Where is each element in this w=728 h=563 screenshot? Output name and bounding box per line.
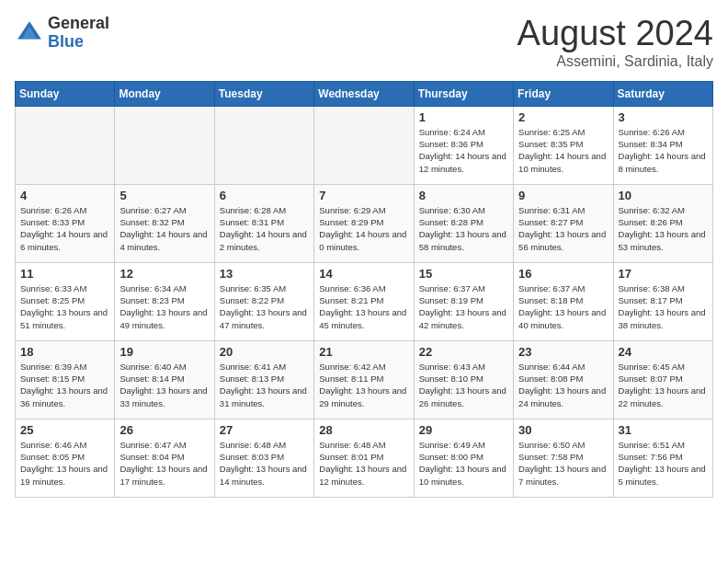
day-cell-17: 17Sunrise: 6:38 AMSunset: 8:17 PMDayligh…	[613, 262, 712, 340]
day-number: 4	[20, 189, 109, 202]
day-number: 9	[518, 189, 608, 202]
day-info: Sunrise: 6:26 AMSunset: 8:33 PMDaylight:…	[20, 204, 109, 253]
day-number: 2	[518, 110, 608, 124]
day-info: Sunrise: 6:50 AMSunset: 7:58 PMDaylight:…	[518, 439, 608, 488]
day-cell-22: 22Sunrise: 6:43 AMSunset: 8:10 PMDayligh…	[414, 340, 513, 419]
day-cell-15: 15Sunrise: 6:37 AMSunset: 8:19 PMDayligh…	[414, 262, 513, 340]
day-cell-30: 30Sunrise: 6:50 AMSunset: 7:58 PMDayligh…	[514, 419, 613, 497]
empty-cell	[314, 106, 414, 184]
weekday-header-row: SundayMondayTuesdayWednesdayThursdayFrid…	[16, 81, 713, 106]
location: Assemini, Sardinia, Italy	[518, 53, 713, 70]
day-info: Sunrise: 6:34 AMSunset: 8:23 PMDaylight:…	[119, 282, 209, 331]
day-cell-29: 29Sunrise: 6:49 AMSunset: 8:00 PMDayligh…	[414, 419, 513, 497]
day-info: Sunrise: 6:51 AMSunset: 7:56 PMDaylight:…	[619, 439, 708, 488]
day-number: 5	[119, 189, 209, 202]
day-cell-20: 20Sunrise: 6:41 AMSunset: 8:13 PMDayligh…	[214, 340, 313, 419]
day-number: 17	[619, 267, 708, 281]
day-info: Sunrise: 6:33 AMSunset: 8:25 PMDaylight:…	[20, 282, 109, 331]
month-year: August 2024	[518, 15, 713, 53]
day-number: 7	[319, 189, 408, 202]
day-info: Sunrise: 6:36 AMSunset: 8:21 PMDaylight:…	[319, 282, 408, 331]
day-number: 1	[419, 110, 508, 124]
day-cell-9: 9Sunrise: 6:31 AMSunset: 8:27 PMDaylight…	[514, 184, 613, 262]
day-number: 15	[419, 267, 508, 281]
day-cell-4: 4Sunrise: 6:26 AMSunset: 8:33 PMDaylight…	[16, 184, 115, 262]
day-info: Sunrise: 6:37 AMSunset: 8:18 PMDaylight:…	[518, 282, 608, 331]
day-info: Sunrise: 6:48 AMSunset: 8:03 PMDaylight:…	[220, 439, 309, 488]
weekday-header-thursday: Thursday	[414, 81, 513, 106]
week-row-4: 18Sunrise: 6:39 AMSunset: 8:15 PMDayligh…	[16, 340, 713, 419]
week-row-5: 25Sunrise: 6:46 AMSunset: 8:05 PMDayligh…	[16, 419, 713, 497]
day-cell-16: 16Sunrise: 6:37 AMSunset: 8:18 PMDayligh…	[514, 262, 613, 340]
weekday-header-sunday: Sunday	[16, 81, 115, 106]
day-info: Sunrise: 6:31 AMSunset: 8:27 PMDaylight:…	[518, 204, 608, 253]
day-number: 19	[119, 345, 209, 359]
weekday-header-monday: Monday	[115, 81, 214, 106]
day-number: 6	[220, 189, 309, 202]
day-number: 27	[220, 423, 309, 437]
day-cell-24: 24Sunrise: 6:45 AMSunset: 8:07 PMDayligh…	[613, 340, 712, 419]
day-cell-11: 11Sunrise: 6:33 AMSunset: 8:25 PMDayligh…	[16, 262, 115, 340]
week-row-3: 11Sunrise: 6:33 AMSunset: 8:25 PMDayligh…	[16, 262, 713, 340]
day-number: 23	[518, 345, 608, 359]
day-cell-2: 2Sunrise: 6:25 AMSunset: 8:35 PMDaylight…	[514, 106, 613, 184]
day-info: Sunrise: 6:47 AMSunset: 8:04 PMDaylight:…	[119, 439, 209, 488]
logo-icon	[15, 18, 44, 48]
day-info: Sunrise: 6:43 AMSunset: 8:10 PMDaylight:…	[419, 361, 508, 409]
day-number: 20	[220, 345, 309, 359]
day-cell-12: 12Sunrise: 6:34 AMSunset: 8:23 PMDayligh…	[115, 262, 214, 340]
day-cell-10: 10Sunrise: 6:32 AMSunset: 8:26 PMDayligh…	[613, 184, 712, 262]
day-number: 10	[619, 189, 708, 202]
empty-cell	[214, 106, 313, 184]
day-number: 22	[419, 345, 508, 359]
day-info: Sunrise: 6:35 AMSunset: 8:22 PMDaylight:…	[220, 282, 309, 331]
day-cell-26: 26Sunrise: 6:47 AMSunset: 8:04 PMDayligh…	[115, 419, 214, 497]
empty-cell	[16, 106, 115, 184]
day-cell-18: 18Sunrise: 6:39 AMSunset: 8:15 PMDayligh…	[16, 340, 115, 419]
day-number: 25	[20, 423, 109, 437]
day-number: 3	[619, 110, 708, 124]
day-number: 14	[319, 267, 408, 281]
day-info: Sunrise: 6:42 AMSunset: 8:11 PMDaylight:…	[319, 361, 408, 409]
title-block: August 2024 Assemini, Sardinia, Italy	[518, 15, 713, 70]
day-number: 24	[619, 345, 708, 359]
empty-cell	[115, 106, 214, 184]
day-number: 21	[319, 345, 408, 359]
day-cell-7: 7Sunrise: 6:29 AMSunset: 8:29 PMDaylight…	[314, 184, 414, 262]
day-info: Sunrise: 6:49 AMSunset: 8:00 PMDaylight:…	[419, 439, 508, 488]
day-info: Sunrise: 6:29 AMSunset: 8:29 PMDaylight:…	[319, 204, 408, 253]
day-cell-31: 31Sunrise: 6:51 AMSunset: 7:56 PMDayligh…	[613, 419, 712, 497]
day-info: Sunrise: 6:44 AMSunset: 8:08 PMDaylight:…	[518, 361, 608, 409]
day-number: 28	[319, 423, 408, 437]
week-row-1: 1Sunrise: 6:24 AMSunset: 8:36 PMDaylight…	[16, 106, 713, 184]
day-number: 26	[119, 423, 209, 437]
day-number: 8	[419, 189, 508, 202]
day-cell-3: 3Sunrise: 6:26 AMSunset: 8:34 PMDaylight…	[613, 106, 712, 184]
day-info: Sunrise: 6:24 AMSunset: 8:36 PMDaylight:…	[419, 126, 508, 175]
calendar-table: SundayMondayTuesdayWednesdayThursdayFrid…	[15, 81, 713, 498]
logo-general: General	[48, 15, 109, 33]
day-info: Sunrise: 6:30 AMSunset: 8:28 PMDaylight:…	[419, 204, 508, 253]
day-number: 11	[20, 267, 109, 281]
day-info: Sunrise: 6:45 AMSunset: 8:07 PMDaylight:…	[619, 361, 708, 409]
logo-blue: Blue	[48, 33, 109, 52]
day-cell-14: 14Sunrise: 6:36 AMSunset: 8:21 PMDayligh…	[314, 262, 414, 340]
day-info: Sunrise: 6:46 AMSunset: 8:05 PMDaylight:…	[20, 439, 109, 488]
logo-text: General Blue	[48, 15, 109, 52]
logo: General Blue	[15, 15, 109, 52]
weekday-header-friday: Friday	[514, 81, 613, 106]
day-info: Sunrise: 6:38 AMSunset: 8:17 PMDaylight:…	[619, 282, 708, 331]
day-number: 13	[220, 267, 309, 281]
day-info: Sunrise: 6:37 AMSunset: 8:19 PMDaylight:…	[419, 282, 508, 331]
day-number: 30	[518, 423, 608, 437]
day-cell-21: 21Sunrise: 6:42 AMSunset: 8:11 PMDayligh…	[314, 340, 414, 419]
week-row-2: 4Sunrise: 6:26 AMSunset: 8:33 PMDaylight…	[16, 184, 713, 262]
day-info: Sunrise: 6:26 AMSunset: 8:34 PMDaylight:…	[619, 126, 708, 175]
day-number: 16	[518, 267, 608, 281]
day-cell-13: 13Sunrise: 6:35 AMSunset: 8:22 PMDayligh…	[214, 262, 313, 340]
day-info: Sunrise: 6:32 AMSunset: 8:26 PMDaylight:…	[619, 204, 708, 253]
day-info: Sunrise: 6:41 AMSunset: 8:13 PMDaylight:…	[220, 361, 309, 409]
day-cell-6: 6Sunrise: 6:28 AMSunset: 8:31 PMDaylight…	[214, 184, 313, 262]
day-cell-28: 28Sunrise: 6:48 AMSunset: 8:01 PMDayligh…	[314, 419, 414, 497]
day-number: 18	[20, 345, 109, 359]
